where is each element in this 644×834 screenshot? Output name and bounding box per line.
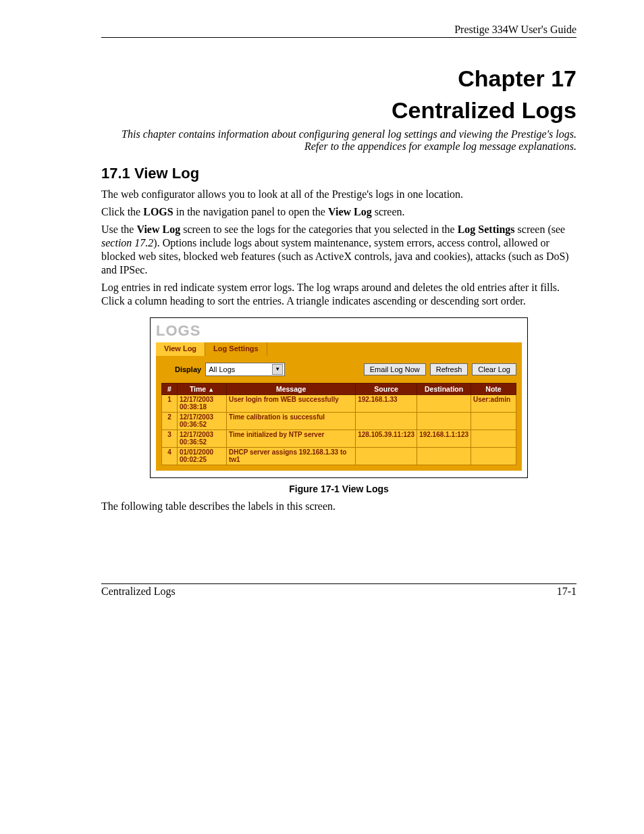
cell-n: 2 <box>162 412 178 429</box>
panel-title: LOGS <box>156 322 522 340</box>
text: ). Options include logs about system mai… <box>101 237 569 276</box>
figure-screenshot: LOGS View Log Log Settings Display All L… <box>150 317 528 478</box>
tab-view-log[interactable]: View Log <box>156 342 205 356</box>
bold-view-log: View Log <box>328 206 372 217</box>
col-time[interactable]: Time▲ <box>178 383 227 394</box>
cell-msg: Time calibration is successful <box>227 412 356 429</box>
sort-ascending-icon: ▲ <box>208 386 214 393</box>
col-time-label: Time <box>190 385 206 393</box>
cell-note <box>471 429 516 447</box>
cell-msg: DHCP server assigns 192.168.1.33 to tw1 <box>227 447 356 465</box>
col-number[interactable]: # <box>162 383 178 394</box>
cell-time: 12/17/2003 00:38:18 <box>178 394 227 412</box>
cell-src: 192.168.1.33 <box>356 394 417 412</box>
text: Use the <box>101 224 136 235</box>
col-destination[interactable]: Destination <box>417 383 471 394</box>
bold-view-log: View Log <box>136 224 180 235</box>
email-log-now-button[interactable]: Email Log Now <box>364 363 426 375</box>
footer-rule <box>101 583 576 584</box>
chapter-name: Centralized Logs <box>101 97 576 124</box>
chapter-intro: This chapter contains information about … <box>101 128 576 153</box>
cell-msg: User login from WEB successfully <box>227 394 356 412</box>
cell-note <box>471 412 516 429</box>
table-row: 2 12/17/2003 00:36:52 Time calibration i… <box>162 412 516 429</box>
bold-log-settings: Log Settings <box>458 224 515 235</box>
cell-src <box>356 412 417 429</box>
col-source[interactable]: Source <box>356 383 417 394</box>
paragraph-2: Click the LOGS in the navigation panel t… <box>101 205 576 219</box>
table-row: 3 12/17/2003 00:36:52 Time initialized b… <box>162 429 516 447</box>
cell-note <box>471 447 516 465</box>
cell-n: 3 <box>162 429 178 447</box>
cell-dst: 192.168.1.1:123 <box>417 429 471 447</box>
text: Click the <box>101 206 143 217</box>
cell-n: 4 <box>162 447 178 465</box>
section-heading: 17.1 View Log <box>101 165 576 182</box>
clear-log-button[interactable]: Clear Log <box>472 363 516 375</box>
cell-dst <box>417 412 471 429</box>
display-dropdown[interactable]: All Logs ▼ <box>205 363 285 376</box>
cell-time: 01/01/2000 00:02:25 <box>178 447 227 465</box>
bold-logs: LOGS <box>143 206 173 217</box>
table-row: 4 01/01/2000 00:02:25 DHCP server assign… <box>162 447 516 465</box>
col-message[interactable]: Message <box>227 383 356 394</box>
figure-caption: Figure 17-1 View Logs <box>150 484 528 494</box>
cell-src <box>356 447 417 465</box>
italic-section-ref: section 17.2 <box>101 237 153 249</box>
cell-n: 1 <box>162 394 178 412</box>
display-label: Display <box>175 365 201 373</box>
text: screen. <box>372 206 405 217</box>
footer-left: Centralized Logs <box>101 585 176 598</box>
chapter-number: Chapter 17 <box>101 65 576 93</box>
text: screen (see <box>515 224 566 235</box>
cell-msg: Time initialized by NTP server <box>227 429 356 447</box>
paragraph-1: The web configurator allows you to look … <box>101 188 576 201</box>
cell-time: 12/17/2003 00:36:52 <box>178 429 227 447</box>
cell-note: User:admin <box>471 394 516 412</box>
header-rule <box>101 37 576 38</box>
cell-dst <box>417 447 471 465</box>
cell-src: 128.105.39.11:123 <box>356 429 417 447</box>
dropdown-value: All Logs <box>209 365 235 373</box>
table-row: 1 12/17/2003 00:38:18 User login from WE… <box>162 394 516 412</box>
logs-table: # Time▲ Message Source Destination Note <box>161 383 516 465</box>
paragraph-3: Use the View Log screen to see the logs … <box>101 223 576 277</box>
text: screen to see the logs for the categorie… <box>180 224 458 235</box>
tab-log-settings[interactable]: Log Settings <box>205 342 267 356</box>
cell-dst <box>417 394 471 412</box>
col-note[interactable]: Note <box>471 383 516 394</box>
footer-right: 17-1 <box>557 585 576 598</box>
refresh-button[interactable]: Refresh <box>430 363 468 375</box>
tab-bar: View Log Log Settings <box>156 342 522 356</box>
paragraph-after-figure: The following table describes the labels… <box>101 500 576 513</box>
text: in the navigation panel to open the <box>173 206 328 217</box>
paragraph-4: Log entries in red indicate system error… <box>101 281 576 308</box>
cell-time: 12/17/2003 00:36:52 <box>178 412 227 429</box>
chevron-down-icon[interactable]: ▼ <box>272 364 283 375</box>
header-guide-title: Prestige 334W User's Guide <box>101 24 576 36</box>
